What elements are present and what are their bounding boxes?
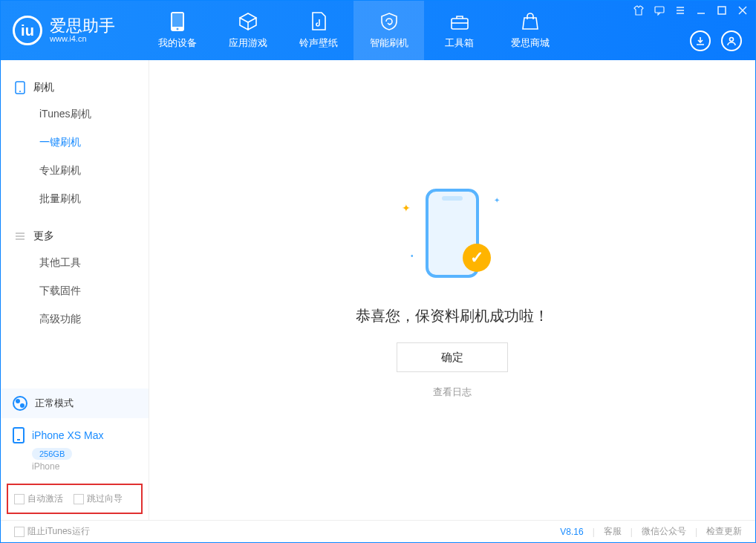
app-logo-block: iu 爱思助手 www.i4.cn [1,1,127,60]
svg-point-2 [176,28,178,30]
svg-rect-3 [452,19,468,29]
checkbox-auto-activate[interactable]: 自动激活 [14,492,63,505]
sidebar-item-other-tools[interactable]: 其他工具 [39,249,149,277]
sidebar-item-advanced[interactable]: 高级功能 [39,305,149,334]
cube-icon [238,11,258,32]
app-title: 爱思助手 [50,18,115,34]
app-logo-text: 爱思助手 www.i4.cn [50,18,115,43]
status-bar-right: V8.16 | 客服 | 微信公众号 | 检查更新 [560,525,742,538]
separator: | [695,527,697,537]
sidebar-item-onekey-flash[interactable]: 一键刷机 [39,129,149,157]
sidebar-item-download-firmware[interactable]: 下载固件 [39,277,149,305]
version-label: V8.16 [560,527,583,537]
app-header: iu 爱思助手 www.i4.cn 我的设备 应用游戏 铃声壁纸 [1,1,755,60]
nav-my-device[interactable]: 我的设备 [142,1,212,60]
success-illustration: ✦ ✦ • ✓ [400,181,504,285]
sidebar-section-label: 刷机 [33,81,54,94]
menu-icon[interactable] [675,5,685,16]
list-icon [14,230,26,242]
checkbox-skip-guide[interactable]: 跳过向导 [74,492,123,505]
shirt-icon[interactable] [633,5,644,16]
download-button[interactable] [690,30,711,51]
checkbox-block-itunes[interactable]: 阻止iTunes运行 [14,525,90,538]
nav-label: 我的设备 [158,36,197,50]
main-content: ✦ ✦ • ✓ 恭喜您，保资料刷机成功啦！ 确定 查看日志 [149,60,755,520]
nav-toolbox[interactable]: 工具箱 [424,1,495,60]
ok-button[interactable]: 确定 [397,342,508,372]
sparkle-icon: ✦ [494,196,500,204]
nav-apps-games[interactable]: 应用游戏 [212,1,283,60]
sparkle-icon: • [411,252,414,260]
check-badge-icon: ✓ [463,244,491,272]
nav-label: 智能刷机 [370,36,408,50]
status-link-service[interactable]: 客服 [604,525,622,538]
nav-label: 爱思商城 [511,36,550,50]
device-mode-label: 正常模式 [35,397,74,410]
device-storage-badge: 256GB [32,448,72,460]
device-type: iPhone [32,461,137,472]
sidebar-item-batch-flash[interactable]: 批量刷机 [39,185,149,213]
device-info[interactable]: iPhone XS Max 256GB iPhone [1,418,149,479]
app-logo-icon: iu [13,16,42,45]
nav-ringtones-wallpapers[interactable]: 铃声壁纸 [283,1,353,60]
checkbox-label: 自动激活 [27,493,63,504]
main-nav: 我的设备 应用游戏 铃声壁纸 智能刷机 工具箱 [142,1,565,60]
svg-rect-10 [718,7,726,14]
svg-point-15 [19,91,21,92]
user-account-button[interactable] [721,30,742,51]
view-log-link[interactable]: 查看日志 [433,386,472,399]
device-phone-icon [13,427,25,443]
checkbox-label: 跳过向导 [87,493,123,504]
sidebar-section-more: 更多 [1,224,149,249]
svg-rect-1 [172,13,183,27]
close-button[interactable] [737,5,748,16]
sidebar-more-items: 其他工具 下载固件 高级功能 [1,249,149,334]
sidebar-item-itunes-flash[interactable]: iTunes刷机 [39,100,149,129]
svg-point-13 [730,38,734,42]
status-bar: 阻止iTunes运行 V8.16 | 客服 | 微信公众号 | 检查更新 [1,520,755,542]
header-user-area [690,30,742,51]
separator: | [630,527,633,537]
sparkle-icon: ✦ [402,202,411,214]
checkbox-label: 阻止iTunes运行 [27,526,90,536]
nav-label: 铃声壁纸 [299,36,338,50]
status-link-wechat[interactable]: 微信公众号 [642,525,686,538]
phone-outline-icon [14,82,26,94]
separator: | [593,527,595,537]
sidebar-item-pro-flash[interactable]: 专业刷机 [39,157,149,185]
nav-label: 工具箱 [445,36,474,50]
sidebar-section-label: 更多 [33,230,54,243]
feedback-icon[interactable] [654,5,665,16]
sidebar-flash-items: iTunes刷机 一键刷机 专业刷机 批量刷机 [1,100,149,213]
window-controls [633,5,748,16]
maximize-button[interactable] [717,5,727,16]
shopping-bag-icon [520,11,541,32]
nav-smart-flash[interactable]: 智能刷机 [353,1,424,60]
flash-options-row: 自动激活 跳过向导 [7,484,143,514]
status-link-update[interactable]: 检查更新 [706,525,742,538]
app-subtitle: www.i4.cn [50,34,115,43]
phone-icon [167,11,188,32]
nav-label: 应用游戏 [229,36,267,50]
device-panel: 正常模式 iPhone XS Max 256GB iPhone 自动激活 跳过向… [1,388,149,520]
nav-store[interactable]: 爱思商城 [495,1,565,60]
toolbox-icon [449,11,470,32]
normal-mode-icon [13,396,27,411]
device-mode[interactable]: 正常模式 [1,388,149,418]
svg-rect-5 [655,7,664,13]
sidebar-section-flash: 刷机 [1,75,149,100]
refresh-shield-icon [379,11,400,32]
sidebar: 刷机 iTunes刷机 一键刷机 专业刷机 批量刷机 更多 其他工具 下载固件 … [1,60,149,520]
device-name: iPhone XS Max [32,429,104,441]
music-file-icon [308,11,329,32]
minimize-button[interactable] [696,5,706,16]
main-layout: 刷机 iTunes刷机 一键刷机 专业刷机 批量刷机 更多 其他工具 下载固件 … [1,60,755,520]
success-message: 恭喜您，保资料刷机成功啦！ [356,306,549,326]
